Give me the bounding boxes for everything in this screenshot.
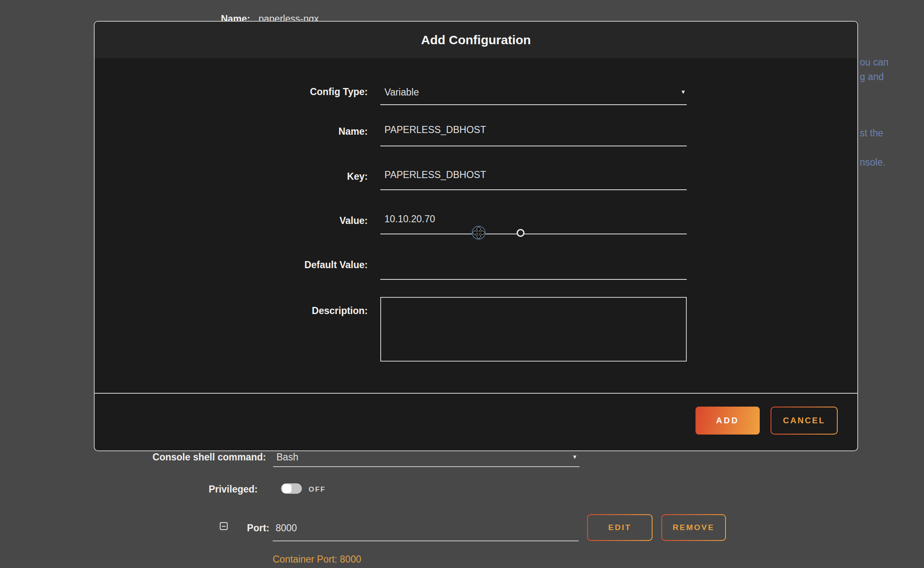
key-input[interactable] [384, 169, 680, 181]
config-type-label: Config Type: [218, 86, 368, 98]
pointer-dot-icon [517, 229, 525, 237]
move-cursor-icon [470, 224, 487, 241]
privileged-state-text: OFF [309, 485, 326, 494]
cancel-button[interactable]: CANCEL [771, 407, 838, 435]
description-textarea[interactable] [380, 297, 687, 362]
value-underline [380, 234, 687, 234]
name-underline [380, 146, 687, 146]
description-label: Description: [218, 305, 368, 317]
clipped-help-text: st the [860, 128, 883, 139]
remove-button[interactable]: REMOVE [661, 514, 726, 541]
name-input[interactable] [384, 124, 680, 136]
dropdown-arrow-icon[interactable]: ▼ [572, 454, 578, 460]
clipped-help-text: g and [860, 71, 884, 83]
modal-footer-divider [95, 393, 857, 394]
screen: Name: paperless-ngx ou can g and st the … [0, 0, 924, 568]
name-label: Name: [218, 126, 368, 137]
default-value-underline [380, 279, 687, 280]
modal-title: Add Configuration [421, 33, 531, 47]
clipped-help-text: nsole. [860, 157, 885, 168]
add-button[interactable]: ADD [696, 407, 760, 435]
container-port-note: Container Port: 8000 [273, 554, 361, 565]
default-value-input[interactable] [384, 258, 680, 269]
port-label: Port: [183, 523, 269, 534]
privileged-label: Privileged: [133, 484, 258, 495]
clipped-help-text: ou can [860, 57, 889, 68]
console-shell-underline [273, 466, 580, 467]
console-shell-select[interactable]: Bash [276, 452, 298, 463]
key-label: Key: [218, 171, 368, 182]
port-underline [273, 540, 579, 541]
key-underline [380, 189, 687, 190]
config-type-underline [380, 104, 687, 105]
console-shell-label: Console shell command: [133, 452, 266, 463]
default-value-label: Default Value: [218, 259, 368, 271]
value-label: Value: [218, 215, 368, 226]
modal-header: Add Configuration [95, 22, 857, 58]
privileged-toggle[interactable] [281, 483, 302, 494]
toggle-knob-icon [282, 484, 291, 493]
value-input[interactable] [384, 214, 680, 225]
port-value[interactable]: 8000 [276, 523, 297, 534]
config-type-select[interactable]: Variable [384, 87, 419, 98]
dropdown-arrow-icon[interactable]: ▼ [680, 89, 686, 95]
edit-button[interactable]: EDIT [587, 514, 653, 541]
